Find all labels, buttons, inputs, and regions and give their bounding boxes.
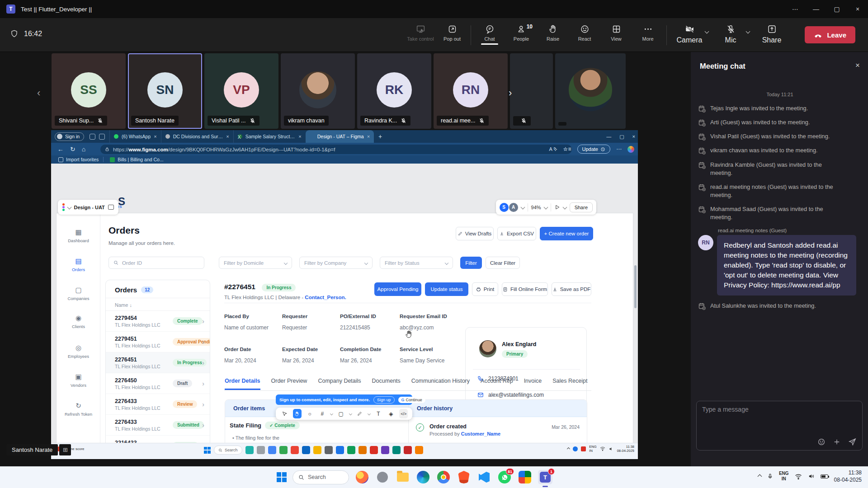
- filter-domicile-select[interactable]: Filter by Domicile: [219, 257, 292, 269]
- extensions-icon[interactable]: ⟡: [554, 146, 557, 152]
- sidebar-item[interactable]: ▢ Companies: [57, 286, 100, 301]
- participant-tile[interactable]: RN read.ai mee...: [434, 53, 508, 129]
- filter-button[interactable]: Filter: [460, 257, 482, 269]
- filter-company-select[interactable]: Filter by Company: [299, 257, 373, 269]
- browser-signin-button[interactable]: Sign in: [55, 132, 84, 141]
- order-row[interactable]: 2216433 TL Flex Holdings LLC Created ›: [106, 436, 210, 443]
- close-chat-icon[interactable]: ×: [855, 61, 860, 70]
- sidebar-item[interactable]: ▣ Vendors: [57, 373, 100, 388]
- figma-share-button[interactable]: Share: [570, 202, 593, 212]
- attach-plus-icon[interactable]: [833, 438, 841, 446]
- browser-tab[interactable]: Design - UAT – Figma ×: [306, 130, 374, 143]
- browser-tab[interactable]: X Sample Salary Structure with calc ×: [233, 130, 306, 143]
- mic-options-chevron-icon[interactable]: [746, 29, 750, 34]
- start-button-icon[interactable]: [277, 472, 287, 482]
- order-id-search-input[interactable]: Order ID: [108, 257, 204, 269]
- print-button[interactable]: Print: [472, 282, 498, 296]
- app-icon[interactable]: [347, 446, 355, 454]
- google-continue-button[interactable]: GContinue: [398, 397, 425, 403]
- zoom-level[interactable]: 94%: [531, 205, 541, 210]
- participant-tile[interactable]: SN Santosh Narate: [128, 53, 202, 129]
- app-icon[interactable]: [381, 446, 389, 454]
- participant-tile[interactable]: VP Vishal Patil ...: [204, 53, 278, 129]
- order-row[interactable]: 2276433 TL Flex Holdings LLC Submitted ›: [106, 415, 210, 436]
- view-button[interactable]: View: [600, 22, 632, 42]
- app-icon[interactable]: [359, 446, 367, 454]
- sidebar-item[interactable]: ◎ Employees: [57, 344, 100, 359]
- orders-sort-header[interactable]: Name ↓: [106, 298, 210, 311]
- app-icon[interactable]: [313, 446, 321, 454]
- figma-file-menu[interactable]: Design - UAT: [58, 200, 118, 215]
- row-chevron-icon[interactable]: ›: [202, 359, 204, 366]
- chrome-icon[interactable]: [436, 470, 451, 484]
- page-scrollbar[interactable]: [634, 265, 637, 308]
- chat-compose-box[interactable]: [696, 401, 863, 450]
- more-window-options-icon[interactable]: ⋯: [785, 0, 806, 18]
- app-icon[interactable]: [392, 446, 401, 454]
- order-row[interactable]: 2279451 TL Flex Holdings LLC Approval Pe…: [106, 332, 210, 352]
- tab-actions-icon[interactable]: [90, 134, 95, 140]
- browser-close-icon[interactable]: ×: [632, 134, 635, 139]
- participant-tile[interactable]: vikram chavan: [281, 53, 355, 129]
- row-chevron-icon[interactable]: ›: [202, 338, 204, 346]
- collaborators-chevron-icon[interactable]: [520, 205, 525, 210]
- carousel-next-icon[interactable]: ›: [509, 87, 512, 99]
- favorites-bar-icon[interactable]: ☆≡: [563, 146, 571, 152]
- browser-maximize-icon[interactable]: ▢: [619, 134, 624, 140]
- share-controls-icon[interactable]: ⊞: [59, 444, 71, 455]
- taskbar-clock[interactable]: 11:3808-04-2025: [834, 469, 862, 483]
- meet-icon[interactable]: [518, 470, 532, 484]
- participant-tile[interactable]: [555, 53, 626, 129]
- edge-icon[interactable]: [416, 470, 430, 484]
- browser-tab[interactable]: (6) WhatsApp ×: [109, 130, 161, 143]
- tray-app-icon[interactable]: [581, 446, 586, 451]
- chat-button[interactable]: Chat: [474, 22, 505, 42]
- close-tab-icon[interactable]: ×: [298, 134, 301, 139]
- browser-update-button[interactable]: Update: [577, 145, 610, 154]
- contact-email[interactable]: alex@vstatefilings.com: [488, 392, 544, 398]
- order-row[interactable]: 2276451 TL Flex Holdings LLC In Progress…: [106, 352, 210, 373]
- export-csv-button[interactable]: Export CSV: [497, 227, 536, 240]
- maximize-button[interactable]: ▢: [826, 0, 847, 18]
- app-icon[interactable]: [370, 446, 378, 454]
- sign-up-button[interactable]: Sign up: [373, 396, 395, 404]
- shared-search-box[interactable]: Search: [214, 446, 242, 455]
- present-chevron-icon[interactable]: [562, 205, 567, 210]
- app-icon[interactable]: [291, 446, 299, 454]
- vscode-icon[interactable]: [477, 470, 491, 484]
- start-button-icon[interactable]: [204, 447, 211, 454]
- send-icon[interactable]: [848, 437, 857, 446]
- detail-tab[interactable]: Communication History: [411, 378, 470, 390]
- approval-pending-button[interactable]: Approval Pending: [374, 282, 421, 296]
- address-bar[interactable]: https://www.figma.com/design/9BKQ0FOHRWa…: [100, 145, 572, 154]
- app-icon[interactable]: [279, 446, 288, 454]
- new-tab-icon[interactable]: +: [378, 133, 382, 140]
- frame-tool-icon[interactable]: #: [318, 409, 326, 418]
- row-chevron-icon[interactable]: ›: [202, 318, 204, 325]
- participant-tile[interactable]: [510, 53, 553, 129]
- people-button[interactable]: 10 People: [505, 22, 537, 42]
- detail-tab[interactable]: Order Preview: [271, 378, 307, 390]
- detail-tab[interactable]: Company Details: [318, 378, 361, 390]
- battery-icon[interactable]: [821, 474, 828, 479]
- move-tool-icon[interactable]: [280, 409, 289, 418]
- bookmark-import-favorites[interactable]: Import favorites: [58, 157, 99, 162]
- row-chevron-icon[interactable]: ›: [202, 401, 204, 408]
- language-indicator[interactable]: ENGIN: [779, 471, 789, 482]
- collaborator-avatar[interactable]: A: [509, 203, 518, 212]
- wifi-icon[interactable]: [795, 474, 802, 479]
- create-new-order-button[interactable]: + Create new order: [540, 227, 593, 240]
- minimize-button[interactable]: —: [806, 0, 826, 18]
- pen-tool-icon[interactable]: [355, 409, 364, 418]
- contact-person-link[interactable]: Contact_Person.: [305, 295, 346, 300]
- clear-filter-button[interactable]: Clear Filter: [486, 257, 520, 269]
- react-button[interactable]: React: [569, 22, 600, 42]
- shared-language-indicator[interactable]: ENGIN: [589, 445, 596, 453]
- camera-button[interactable]: Camera: [675, 22, 703, 44]
- raise-hand-button[interactable]: Raise: [537, 22, 569, 42]
- mic-button[interactable]: Mic: [717, 22, 745, 44]
- vertical-tabs-icon[interactable]: [99, 134, 105, 140]
- file-explorer-icon[interactable]: [396, 470, 410, 484]
- order-row[interactable]: 2276433 TL Flex Holdings LLC Review ›: [106, 394, 210, 415]
- camera-options-chevron-icon[interactable]: [705, 29, 709, 34]
